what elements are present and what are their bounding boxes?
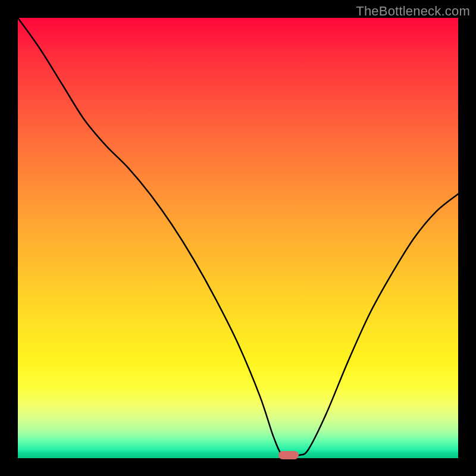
watermark-text: TheBottleneck.com — [356, 4, 470, 19]
curve-svg — [18, 18, 458, 458]
optimal-marker — [278, 451, 299, 459]
bottleneck-curve-path — [18, 18, 458, 456]
plot-area — [18, 18, 458, 458]
chart-container: TheBottleneck.com — [0, 0, 476, 476]
